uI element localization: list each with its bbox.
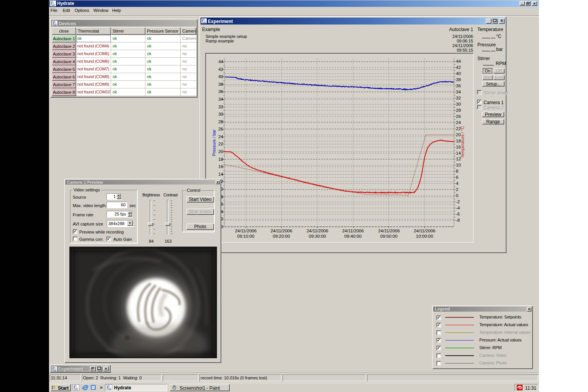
- svg-text:36: 36: [218, 89, 223, 94]
- svg-text:6: 6: [456, 175, 458, 180]
- svg-text:28: 28: [456, 108, 461, 113]
- svg-text:32: 32: [218, 105, 223, 109]
- svg-text:42: 42: [218, 67, 223, 72]
- svg-text:38: 38: [456, 77, 461, 82]
- svg-text:09:20:00: 09:20:00: [273, 234, 290, 238]
- svg-text:42: 42: [456, 65, 461, 70]
- svg-text:44: 44: [456, 59, 461, 64]
- svg-text:24: 24: [218, 134, 223, 139]
- svg-text:38: 38: [218, 82, 223, 87]
- svg-text:36: 36: [456, 83, 461, 88]
- svg-text:-8: -8: [456, 218, 460, 222]
- svg-text:-2: -2: [456, 199, 460, 204]
- svg-text:-6: -6: [456, 212, 460, 216]
- svg-text:22: 22: [218, 142, 223, 146]
- svg-text:24/11/2006: 24/11/2006: [378, 229, 400, 233]
- svg-text:24: 24: [456, 120, 461, 125]
- svg-text:20: 20: [218, 149, 223, 154]
- svg-text:18: 18: [218, 157, 223, 162]
- svg-text:09:50:00: 09:50:00: [381, 234, 398, 238]
- svg-text:40: 40: [456, 71, 461, 76]
- svg-text:09:10:00: 09:10:00: [237, 234, 255, 238]
- svg-text:34: 34: [456, 90, 461, 94]
- svg-text:09:30:00: 09:30:00: [309, 234, 326, 238]
- svg-text:24/11/2006: 24/11/2006: [235, 229, 257, 233]
- svg-text:32: 32: [456, 96, 461, 100]
- svg-text:40: 40: [218, 74, 223, 79]
- svg-text:30: 30: [456, 102, 461, 106]
- svg-text:Pressure / bar: Pressure / bar: [212, 129, 216, 156]
- svg-text:-4: -4: [456, 206, 460, 210]
- svg-text:44: 44: [218, 59, 223, 64]
- svg-text:Temperature / °C: Temperature / °C: [460, 126, 465, 158]
- svg-text:26: 26: [456, 114, 461, 119]
- svg-text:24/11/2006: 24/11/2006: [342, 229, 364, 233]
- svg-text:8: 8: [456, 169, 458, 173]
- svg-text:4: 4: [456, 181, 459, 186]
- svg-text:10: 10: [456, 163, 461, 167]
- svg-text:0: 0: [456, 193, 458, 198]
- svg-text:2: 2: [456, 187, 458, 192]
- svg-text:28: 28: [218, 119, 223, 124]
- svg-text:24/11/2006: 24/11/2006: [414, 229, 436, 233]
- svg-text:30: 30: [218, 112, 223, 116]
- svg-text:26: 26: [218, 127, 223, 131]
- svg-text:14: 14: [218, 172, 223, 176]
- svg-text:34: 34: [218, 97, 223, 101]
- svg-text:24/11/2006: 24/11/2006: [307, 229, 328, 233]
- svg-text:09:40:00: 09:40:00: [345, 234, 362, 238]
- svg-text:24/11/2006: 24/11/2006: [271, 229, 292, 233]
- svg-text:10:00:00: 10:00:00: [416, 234, 433, 238]
- svg-text:16: 16: [218, 164, 223, 169]
